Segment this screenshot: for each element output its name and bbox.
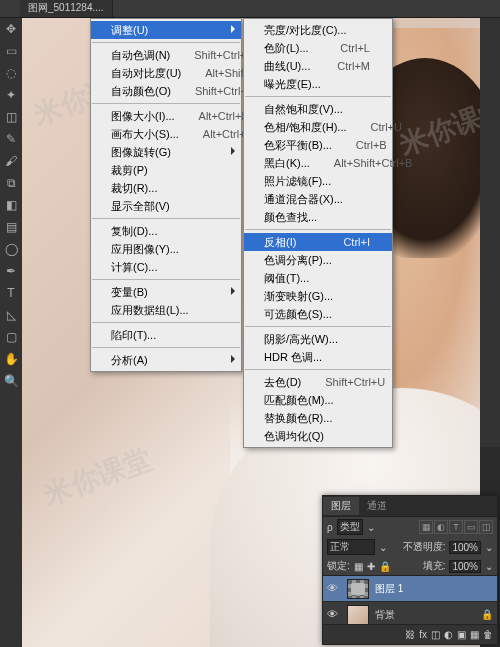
brush-tool-icon[interactable]: 🖌 [0, 150, 22, 172]
watermark: 米你课堂 [39, 440, 157, 514]
menu-item[interactable]: 色调均化(Q) [244, 427, 392, 445]
menu-item[interactable]: 图像旋转(G) [91, 143, 241, 161]
layer-style-icon[interactable]: fx [419, 629, 427, 640]
menu-item[interactable]: 应用数据组(L)... [91, 301, 241, 319]
menu-item[interactable]: 显示全部(V) [91, 197, 241, 215]
menu-item[interactable]: 复制(D)... [91, 222, 241, 240]
layer-kind-select[interactable]: 类型 [337, 519, 363, 535]
layer-thumbnail[interactable] [347, 605, 369, 625]
panel-tabs: 图层 通道 [323, 496, 497, 516]
filter-smart-icon[interactable]: ◫ [479, 520, 493, 534]
menu-item[interactable]: 自动色调(N)Shift+Ctrl+L [91, 46, 241, 64]
opacity-value[interactable]: 100% [449, 541, 481, 554]
menu-item[interactable]: 曝光度(E)... [244, 75, 392, 93]
path-tool-icon[interactable]: ◺ [0, 304, 22, 326]
zoom-tool-icon[interactable]: 🔍 [0, 370, 22, 392]
layer-row[interactable]: 👁图层 1 [323, 576, 497, 602]
link-layers-icon[interactable]: ⛓ [405, 629, 415, 640]
fill-label: 填充: [423, 559, 446, 573]
layer-filter-row: ρ 类型 ⌄ ▦ ◐ T ▭ ◫ [323, 516, 497, 537]
group-icon[interactable]: ▣ [457, 629, 466, 640]
layer-footer: ⛓ fx ◫ ◐ ▣ ▦ 🗑 [323, 624, 497, 644]
layer-name: 背景 [375, 608, 395, 622]
menu-item[interactable]: 应用图像(Y)... [91, 240, 241, 258]
menu-item[interactable]: 画布大小(S)...Alt+Ctrl+C [91, 125, 241, 143]
menu-item[interactable]: 裁切(R)... [91, 179, 241, 197]
lock-pixel-icon[interactable]: 🔒 [379, 561, 391, 572]
shape-tool-icon[interactable]: ▢ [0, 326, 22, 348]
layer-thumbnail[interactable] [347, 579, 369, 599]
layer-mask-icon[interactable]: ◫ [431, 629, 440, 640]
menu-item[interactable]: 曲线(U)...Ctrl+M [244, 57, 392, 75]
document-tab-strip: 图网_5011284.... [0, 0, 500, 18]
lock-icon: 🔒 [481, 609, 493, 620]
filter-type-icon[interactable]: T [449, 520, 463, 534]
visibility-icon[interactable]: 👁 [327, 582, 341, 596]
layer-name: 图层 1 [375, 582, 403, 596]
menu-item[interactable]: 色阶(L)...Ctrl+L [244, 39, 392, 57]
menu-item[interactable]: 通道混合器(X)... [244, 190, 392, 208]
menu-item[interactable]: 自然饱和度(V)... [244, 100, 392, 118]
adjustments-submenu: 亮度/对比度(C)...色阶(L)...Ctrl+L曲线(U)...Ctrl+M… [243, 18, 393, 448]
wand-tool-icon[interactable]: ✦ [0, 84, 22, 106]
new-layer-icon[interactable]: ▦ [470, 629, 479, 640]
delete-layer-icon[interactable]: 🗑 [483, 629, 493, 640]
blend-mode-select[interactable]: 正常 [327, 539, 375, 555]
menu-item[interactable]: 阴影/高光(W)... [244, 330, 392, 348]
menu-item[interactable]: 分析(A) [91, 351, 241, 369]
menu-item[interactable]: 亮度/对比度(C)... [244, 21, 392, 39]
menu-item[interactable]: 可选颜色(S)... [244, 305, 392, 323]
menu-item[interactable]: 渐变映射(G)... [244, 287, 392, 305]
filter-adjust-icon[interactable]: ◐ [434, 520, 448, 534]
menu-item-adjustments[interactable]: 调整(U) [91, 21, 241, 39]
menu-item[interactable]: 黑白(K)...Alt+Shift+Ctrl+B [244, 154, 392, 172]
stamp-tool-icon[interactable]: ⧉ [0, 172, 22, 194]
opacity-label: 不透明度: [403, 540, 446, 554]
menu-item[interactable]: 色相/饱和度(H)...Ctrl+U [244, 118, 392, 136]
menu-item[interactable]: 陷印(T)... [91, 326, 241, 344]
tab-layers[interactable]: 图层 [323, 497, 359, 515]
menu-item[interactable]: 变量(B) [91, 283, 241, 301]
menu-item[interactable]: 照片滤镜(F)... [244, 172, 392, 190]
layer-list: 👁图层 1👁背景🔒 [323, 576, 497, 624]
menu-item[interactable]: 阈值(T)... [244, 269, 392, 287]
gradient-tool-icon[interactable]: ▤ [0, 216, 22, 238]
image-menu: 调整(U)自动色调(N)Shift+Ctrl+L自动对比度(U)Alt+Shif… [90, 18, 242, 372]
fill-value[interactable]: 100% [449, 560, 481, 573]
menu-item-invert[interactable]: 反相(I)Ctrl+I [244, 233, 392, 251]
left-toolbar: ✥ ▭ ◌ ✦ ◫ ✎ 🖌 ⧉ ◧ ▤ ◯ ✒ T ◺ ▢ ✋ 🔍 [0, 18, 22, 647]
menu-item[interactable]: 去色(D)Shift+Ctrl+U [244, 373, 392, 391]
move-tool-icon[interactable]: ✥ [0, 18, 22, 40]
lock-label: 锁定: [327, 559, 350, 573]
marquee-tool-icon[interactable]: ▭ [0, 40, 22, 62]
eraser-tool-icon[interactable]: ◧ [0, 194, 22, 216]
lock-all-icon[interactable]: ▦ [354, 561, 363, 572]
menu-item[interactable]: 色调分离(P)... [244, 251, 392, 269]
filter-pixel-icon[interactable]: ▦ [419, 520, 433, 534]
menu-item[interactable]: 颜色查找... [244, 208, 392, 226]
blur-tool-icon[interactable]: ◯ [0, 238, 22, 260]
tab-channels[interactable]: 通道 [359, 497, 395, 515]
menu-item[interactable]: 裁剪(P) [91, 161, 241, 179]
menu-item[interactable]: 图像大小(I)...Alt+Ctrl+I [91, 107, 241, 125]
pen-tool-icon[interactable]: ✒ [0, 260, 22, 282]
menu-item[interactable]: 自动对比度(U)Alt+Shift+Ctrl+L [91, 64, 241, 82]
menu-item[interactable]: 匹配颜色(M)... [244, 391, 392, 409]
layer-row[interactable]: 👁背景🔒 [323, 602, 497, 624]
lasso-tool-icon[interactable]: ◌ [0, 62, 22, 84]
lock-position-icon[interactable]: ✚ [367, 561, 375, 572]
menu-item[interactable]: 色彩平衡(B)...Ctrl+B [244, 136, 392, 154]
right-panel-strip [480, 18, 500, 447]
menu-item[interactable]: 自动颜色(O)Shift+Ctrl+B [91, 82, 241, 100]
hand-tool-icon[interactable]: ✋ [0, 348, 22, 370]
type-tool-icon[interactable]: T [0, 282, 22, 304]
eyedropper-tool-icon[interactable]: ✎ [0, 128, 22, 150]
adjustment-layer-icon[interactable]: ◐ [444, 629, 453, 640]
menu-item[interactable]: HDR 色调... [244, 348, 392, 366]
document-tab[interactable]: 图网_5011284.... [20, 0, 113, 17]
crop-tool-icon[interactable]: ◫ [0, 106, 22, 128]
menu-item[interactable]: 替换颜色(R)... [244, 409, 392, 427]
menu-item[interactable]: 计算(C)... [91, 258, 241, 276]
filter-shape-icon[interactable]: ▭ [464, 520, 478, 534]
visibility-icon[interactable]: 👁 [327, 608, 341, 622]
